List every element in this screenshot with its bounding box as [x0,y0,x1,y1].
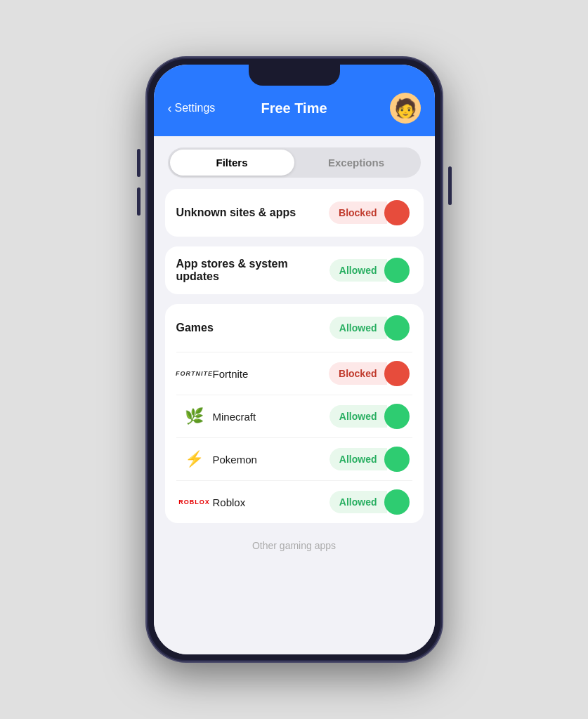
roblox-toggle[interactable]: Allowed [329,489,412,515]
minecraft-row: 🌿 Minecraft Allowed [176,395,412,438]
app-stores-circle [384,258,410,283]
minecraft-status: Allowed [329,405,387,428]
games-row: Games Allowed [176,304,412,352]
back-chevron-icon: ‹ [168,101,172,116]
unknown-sites-label: Unknown sites & apps [176,206,306,219]
minecraft-icon: 🌿 [183,405,206,428]
notch [249,65,340,86]
pokemon-label-container: ⚡ Pokemon [183,448,329,470]
tab-exceptions[interactable]: Exceptions [294,150,419,176]
volume-up-button [137,149,141,177]
app-stores-card: App stores & system updates Allowed [165,246,424,294]
games-circle [384,315,410,341]
unknown-sites-row: Unknown sites & apps Blocked [176,189,412,237]
minecraft-label-container: 🌿 Minecraft [183,405,329,428]
volume-down-button [137,187,141,216]
fortnite-toggle[interactable]: Blocked [329,361,412,386]
app-stores-label: App stores & system updates [176,258,306,283]
fortnite-label-container: FORTNITE Fortnite [183,362,329,385]
back-label: Settings [175,102,216,114]
fortnite-circle [384,361,410,386]
app-stores-status: Allowed [329,259,387,282]
pokemon-name: Pokemon [213,454,257,466]
tab-segment: Filters Exceptions [168,147,421,178]
unknown-sites-status: Blocked [329,202,386,224]
fortnite-status: Blocked [329,362,386,385]
power-button [448,166,452,205]
unknown-sites-card: Unknown sites & apps Blocked [165,189,424,237]
pokemon-row: ⚡ Pokemon Allowed [176,438,412,481]
games-label: Games [176,322,306,334]
roblox-circle [384,489,410,515]
phone-screen: ‹ Settings Free Time 🧑 Filters Exception… [154,65,435,654]
minecraft-circle [384,404,410,429]
unknown-sites-circle [384,200,410,225]
avatar-emoji: 🧑 [394,98,417,119]
games-toggle[interactable]: Allowed [329,315,412,341]
roblox-name: Roblox [213,496,246,508]
pokemon-toggle[interactable]: Allowed [329,447,412,472]
app-stores-toggle[interactable]: Allowed [329,258,412,283]
app-stores-row: App stores & system updates Allowed [176,246,412,294]
pokemon-status: Allowed [329,448,387,470]
content-area: Unknown sites & apps Blocked App stores … [154,189,435,654]
games-card: Games Allowed FORTNITE Fortnite [165,304,424,523]
roblox-status: Allowed [329,491,387,513]
minecraft-name: Minecraft [213,411,256,423]
fortnite-name: Fortnite [213,368,249,380]
roblox-row: ROBLOX Roblox Allowed [176,481,412,523]
other-apps-hint: Other gaming apps [165,533,424,558]
page-title: Free Time [261,100,327,117]
unknown-sites-toggle[interactable]: Blocked [329,200,412,225]
fortnite-row: FORTNITE Fortnite Blocked [176,352,412,395]
back-button[interactable]: ‹ Settings [168,101,216,116]
avatar[interactable]: 🧑 [390,93,421,124]
tab-filters[interactable]: Filters [170,150,294,176]
pokemon-icon: ⚡ [183,448,206,470]
roblox-label-container: ROBLOX Roblox [183,491,329,513]
tab-container: Filters Exceptions [154,136,435,189]
fortnite-icon: FORTNITE [183,362,206,385]
minecraft-toggle[interactable]: Allowed [329,404,412,429]
phone-frame: ‹ Settings Free Time 🧑 Filters Exception… [147,58,442,661]
pokemon-circle [384,447,410,472]
roblox-icon: ROBLOX [183,491,206,513]
games-status: Allowed [329,317,387,339]
